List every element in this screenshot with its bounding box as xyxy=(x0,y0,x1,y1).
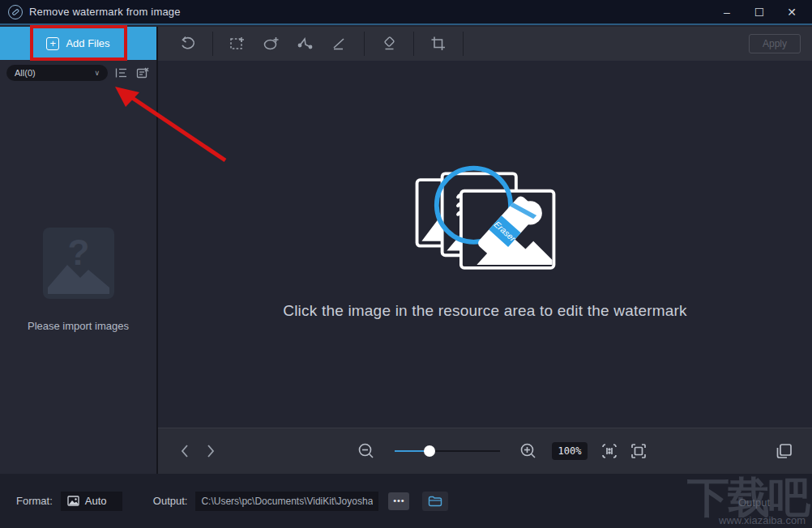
output-path-value: C:\Users\pc\Documents\VidiKit\Joyoshare … xyxy=(201,496,373,507)
undo-icon[interactable] xyxy=(176,32,200,56)
apply-button[interactable]: Apply xyxy=(749,34,801,53)
editor-area: Apply xyxy=(158,27,812,474)
format-value: Auto xyxy=(85,495,107,507)
toolbar-separator xyxy=(413,32,414,56)
browse-output-button[interactable]: ••• xyxy=(388,492,409,510)
format-label: Format: xyxy=(16,495,53,507)
prev-image-icon[interactable] xyxy=(176,442,194,460)
sidebar-header: + Add Files xyxy=(0,27,156,60)
eraser-tool-icon[interactable] xyxy=(377,32,401,56)
viewer-toolbar: 100% xyxy=(158,428,812,474)
output-label: Output: xyxy=(153,495,188,507)
resource-list-empty-state: ? Please import images xyxy=(0,86,156,474)
crop-tool-icon[interactable] xyxy=(426,32,451,56)
status-bar: Format: Auto Output: C:\Users\pc\Documen… xyxy=(0,474,812,528)
image-format-icon xyxy=(67,496,79,506)
canvas-hint-text: Click the image in the resource area to … xyxy=(158,302,812,320)
filter-value: All(0) xyxy=(15,68,36,78)
zoom-out-icon[interactable] xyxy=(356,441,377,462)
app-logo-eraser-icon xyxy=(8,5,23,19)
actual-size-icon[interactable] xyxy=(599,441,620,462)
resource-sidebar: + Add Files All(0) ∨ xyxy=(0,27,158,474)
close-button[interactable]: ✕ xyxy=(786,6,797,18)
placeholder-text: Please import images xyxy=(28,320,129,332)
polygon-select-icon[interactable] xyxy=(293,32,318,56)
maximize-button[interactable]: ☐ xyxy=(754,6,765,18)
placeholder-image-icon: ? xyxy=(43,228,114,299)
chevron-down-icon: ∨ xyxy=(94,69,100,77)
empty-canvas-illustration: Eraser xyxy=(410,156,560,293)
preview-canvas: Eraser Click the image in the resource a… xyxy=(158,61,812,428)
line-tool-icon[interactable] xyxy=(327,32,352,56)
next-image-icon[interactable] xyxy=(202,442,220,460)
zoom-controls: 100% xyxy=(356,441,649,462)
zoom-slider[interactable] xyxy=(395,445,500,457)
edit-toolbar: Apply xyxy=(158,27,812,61)
fit-screen-icon[interactable] xyxy=(628,441,649,462)
filter-dropdown[interactable]: All(0) ∨ xyxy=(6,65,108,81)
zoom-in-icon[interactable] xyxy=(518,441,539,462)
output-path-field[interactable]: C:\Users\pc\Documents\VidiKit\Joyoshare … xyxy=(195,492,378,511)
rect-select-icon[interactable] xyxy=(225,32,250,56)
app-window: Remove watermark from image – ☐ ✕ + Add … xyxy=(0,0,812,528)
sidebar-filter-row: All(0) ∨ xyxy=(0,60,156,86)
zoom-level-badge: 100% xyxy=(552,442,588,460)
toolbar-separator xyxy=(364,32,365,56)
folder-icon xyxy=(428,496,442,507)
list-view-icon[interactable] xyxy=(114,66,129,80)
compare-icon[interactable] xyxy=(773,441,794,462)
main-layout: + Add Files All(0) ∨ xyxy=(0,27,812,474)
add-files-label: Add Files xyxy=(66,37,109,49)
window-title: Remove watermark from image xyxy=(29,6,181,18)
format-select[interactable]: Auto xyxy=(61,492,122,511)
title-bar: Remove watermark from image – ☐ ✕ xyxy=(0,0,812,25)
minimize-button[interactable]: – xyxy=(721,6,733,18)
zoom-slider-thumb[interactable] xyxy=(424,445,435,457)
add-files-button[interactable]: + Add Files xyxy=(46,37,109,50)
toolbar-separator xyxy=(212,32,213,56)
svg-text:?: ? xyxy=(67,232,89,272)
toolbar-separator xyxy=(463,32,464,56)
open-folder-button[interactable] xyxy=(422,492,448,511)
clear-list-icon[interactable] xyxy=(135,66,150,80)
plus-icon: + xyxy=(46,37,59,50)
ellipse-select-icon[interactable] xyxy=(259,32,284,56)
output-corner-button[interactable]: Output xyxy=(738,496,770,509)
